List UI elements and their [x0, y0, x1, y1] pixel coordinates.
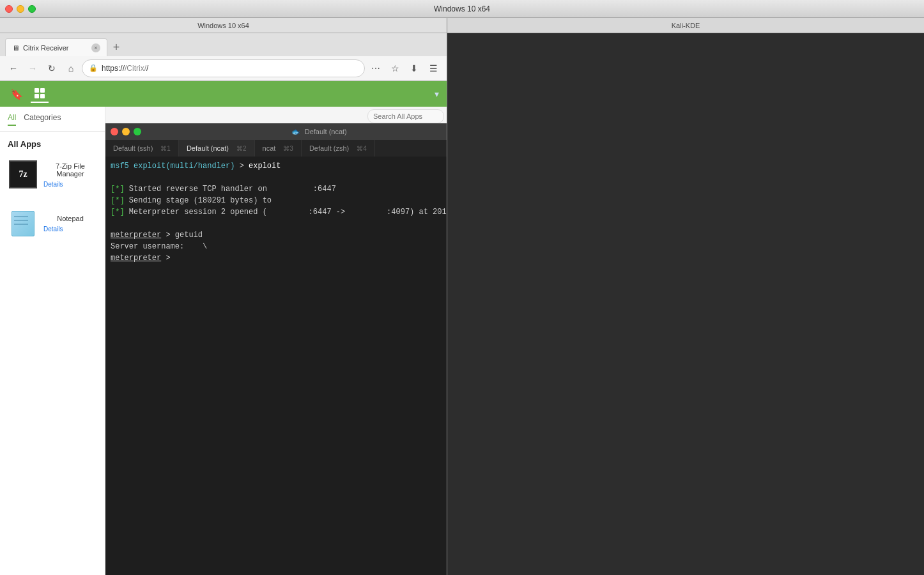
left-panel-tab: Windows 10 x64: [0, 18, 447, 33]
new-tab-button[interactable]: +: [107, 38, 125, 56]
browser-toolbar: ← → ↻ ⌂ 🔒 https:///Citrix// ⋯ ☆ ⬇ ☰: [0, 56, 447, 80]
app-detail-7zip[interactable]: Details: [43, 181, 63, 188]
svg-rect-2: [35, 94, 39, 98]
close-button[interactable]: [5, 5, 13, 13]
app-icon-7zip: 7z: [9, 160, 37, 188]
tab-favicon: 🖥: [12, 44, 19, 52]
terminal-line-4: [*] Sending stage (180291 bytes) to: [111, 195, 447, 206]
kitty-minimize-button[interactable]: [122, 128, 130, 135]
app-icon-notepad-container: [8, 208, 38, 238]
kitty-title: 🐟 Default (ncat): [145, 128, 447, 136]
maximize-button[interactable]: [28, 5, 36, 13]
app-info-7zip: 7-Zip File Manager Details: [43, 162, 97, 189]
app-item-7zip[interactable]: 7z 7-Zip File Manager Details: [0, 154, 105, 197]
kitty-terminal-window: 🐟 Default (ncat) ⌥⌘1 Default (ssh) ⌘1: [105, 123, 447, 575]
browser-tab-citrix[interactable]: 🖥 Citrix Receiver ×: [5, 38, 107, 56]
search-bar-container: [367, 109, 444, 123]
tab-categories[interactable]: Categories: [24, 113, 61, 126]
terminal-line-6: [111, 218, 447, 229]
browser-window: 🖥 Citrix Receiver × + ← → ↻ ⌂ 🔒 https://…: [0, 33, 447, 575]
search-input[interactable]: [367, 109, 444, 123]
app-detail-notepad[interactable]: Details: [43, 226, 63, 233]
citrix-filter-tabs: All Categories: [0, 113, 105, 132]
app-name-notepad: Notepad: [43, 215, 97, 222]
back-button[interactable]: ←: [5, 60, 22, 77]
app-name-7zip: 7-Zip File Manager: [43, 162, 97, 178]
tab-close-button[interactable]: ×: [91, 43, 100, 52]
kitty-maximize-button[interactable]: [134, 128, 141, 135]
lock-icon: 🔒: [89, 64, 98, 72]
browser-tab-bar: 🖥 Citrix Receiver × +: [0, 33, 447, 56]
kitty-tab-bar: Default (ssh) ⌘1 Default (ncat) ⌘2 ncat …: [105, 140, 447, 157]
kitty-tab-zsh-label: Default (zsh): [309, 144, 349, 152]
os-title: Windows 10 x64: [434, 4, 490, 13]
toolbar-actions: ⋯ ☆ ⬇ ☰: [367, 60, 442, 77]
kitty-tab-ncat2-label: ncat: [263, 144, 276, 152]
citrix-sidebar: All Categories All Apps 7z 7-Zip File Ma…: [0, 107, 105, 575]
citrix-main: 🐟 Default (ncat) ⌥⌘1 Default (ssh) ⌘1: [105, 107, 447, 575]
terminal-line-1: msf5 exploit(multi/handler) > exploit: [111, 160, 447, 172]
left-panel: Windows 10 x64 🖥 Citrix Receiver × + ← →…: [0, 18, 447, 575]
download-button[interactable]: ⬇: [406, 60, 422, 77]
forward-button[interactable]: →: [24, 60, 41, 77]
more-button[interactable]: ⋯: [367, 60, 384, 77]
citrix-content: 🔖 ▾: [0, 81, 447, 575]
kali-desktop: [447, 33, 924, 575]
tab-label: Citrix Receiver: [23, 44, 69, 52]
address-bar[interactable]: 🔒 https:///Citrix//: [82, 59, 365, 77]
citrix-body: All Categories All Apps 7z 7-Zip File Ma…: [0, 107, 447, 575]
app-icon-notepad: [10, 210, 36, 236]
app-item-notepad[interactable]: Notepad Details: [0, 203, 105, 246]
terminal-line-3: [*] Started reverse TCP handler on :6447: [111, 183, 447, 195]
right-panel: Kali-KDE: [447, 18, 924, 575]
address-text: https:///Citrix//: [102, 64, 148, 73]
kitty-window-icon: 🐟: [291, 128, 300, 135]
browser-chrome: 🖥 Citrix Receiver × + ← → ↻ ⌂ 🔒 https://…: [0, 33, 447, 81]
right-panel-tab: Kali-KDE: [447, 18, 924, 33]
terminal-line-9: meterpreter >: [111, 252, 447, 264]
kitty-tab-ncat2[interactable]: ncat ⌘3: [255, 140, 302, 157]
terminal-line-8: Server username: \: [111, 241, 447, 252]
kitty-tab-ncat[interactable]: Default (ncat) ⌘2: [179, 140, 255, 157]
terminal-line-5: [*] Meterpreter session 2 opened ( :6447…: [111, 206, 447, 218]
terminal-line-7: meterpreter > getuid: [111, 229, 447, 241]
bookmark-button[interactable]: ☆: [387, 60, 403, 77]
kitty-tab-ssh[interactable]: Default (ssh) ⌘1: [105, 140, 179, 157]
home-button[interactable]: ⌂: [63, 60, 79, 77]
svg-rect-3: [40, 94, 45, 98]
citrix-chevron-icon[interactable]: ▾: [435, 89, 439, 99]
kitty-tab-ssh-label: Default (ssh): [113, 144, 153, 152]
traffic-lights[interactable]: [5, 5, 36, 13]
kitty-tab-ncat-label: Default (ncat): [187, 144, 229, 152]
kitty-close-button[interactable]: [111, 128, 118, 135]
app-icon-7zip-container: 7z: [8, 159, 38, 190]
app-info-notepad: Notepad Details: [43, 215, 97, 234]
terminal-content[interactable]: msf5 exploit(multi/handler) > exploit [*…: [105, 157, 447, 575]
menu-button[interactable]: ☰: [425, 60, 442, 77]
split-view: Windows 10 x64 🖥 Citrix Receiver × + ← →…: [0, 18, 924, 575]
terminal-line-2: [111, 172, 447, 183]
kitty-tab-zsh[interactable]: Default (zsh) ⌘4: [302, 140, 375, 157]
os-titlebar: Windows 10 x64: [0, 0, 924, 18]
minimize-button[interactable]: [17, 5, 24, 13]
tab-all[interactable]: All: [8, 113, 16, 126]
kitty-titlebar: 🐟 Default (ncat) ⌥⌘1: [105, 123, 447, 140]
section-title: All Apps: [0, 137, 105, 154]
reload-button[interactable]: ↻: [43, 60, 60, 77]
